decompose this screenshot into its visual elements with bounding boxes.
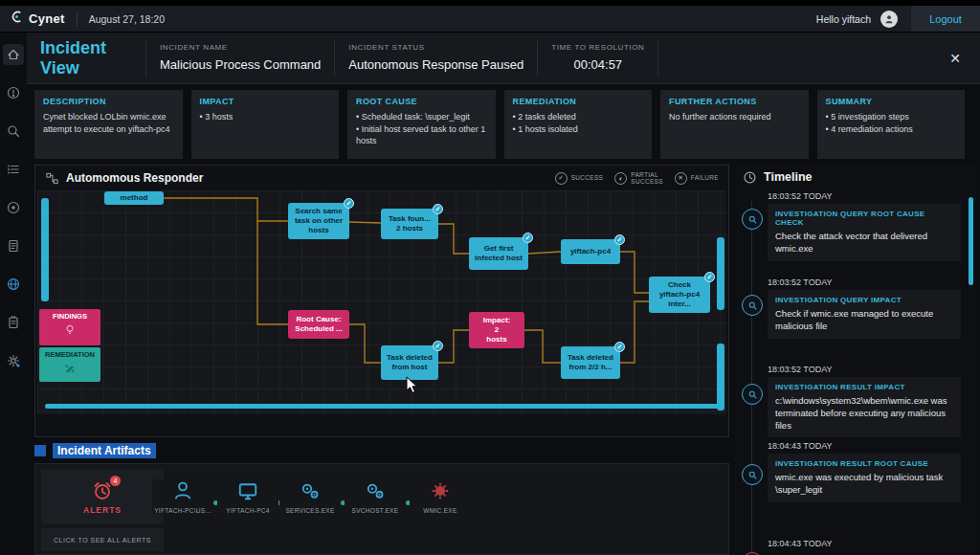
investigation-result-icon — [742, 464, 763, 485]
close-button[interactable]: ✕ — [949, 51, 961, 66]
timeline-time: 18:03:52 TODAY — [768, 191, 833, 201]
flow-node-get-first-infected[interactable]: Get first infected host ✓ — [469, 237, 528, 270]
flow-node-task-deleted-22[interactable]: Task deleted from 2/2 h... ✓ — [561, 346, 620, 379]
artifacts-title: Incident Artifacts — [53, 443, 156, 458]
sidebar-item-reports[interactable] — [3, 235, 24, 256]
flow-node-root-cause[interactable]: Root Cause: Scheduled ... — [288, 310, 349, 339]
success-icon: ✓ — [555, 172, 568, 185]
user-icon — [171, 479, 194, 502]
flow-node-method[interactable]: method — [104, 191, 164, 205]
incident-header: Incident View INCIDENT NAME Malicious Pr… — [27, 33, 980, 84]
flow-node-yiftach-pc4[interactable]: yiftach-pc4 ✓ — [561, 239, 620, 264]
legend-label: FAILURE — [691, 174, 719, 181]
artifact-user[interactable]: YIFTACH-PC\US... — [152, 479, 213, 514]
flow-node-task-deleted-host[interactable]: Task deleted from host ✓ — [381, 345, 438, 380]
sidebar-item-settings[interactable] — [3, 350, 24, 371]
artifact-label: YIFTACH-PC\US... — [154, 507, 212, 514]
flow-node-label: Task deleted from 2/2 h... — [565, 351, 616, 374]
brand[interactable]: Cynet — [0, 6, 77, 32]
sidebar-item-network[interactable] — [3, 274, 24, 295]
incident-status-label: INCIDENT STATUS — [348, 43, 523, 52]
clock-icon — [743, 170, 757, 185]
artifacts-icon — [34, 445, 46, 456]
flow-node-search-same-task[interactable]: Search same task on other hosts ✓ — [288, 203, 349, 239]
success-badge-icon: ✓ — [433, 204, 443, 214]
timeline-tag: INVESTIGATION RESULT IMPACT — [775, 383, 953, 391]
artifact-svchost[interactable]: SVCHOST.EXE — [345, 479, 406, 514]
legend-label: PARTIAL SUCCESS — [631, 171, 663, 186]
timeline-card[interactable]: INVESTIGATION QUERY IMPACT Check if wmic… — [768, 290, 961, 339]
lane-findings[interactable]: FINDINGS — [39, 309, 100, 345]
horizontal-scrollbar[interactable] — [45, 404, 719, 409]
incident-name-block: INCIDENT NAME Malicious Process Command — [146, 43, 334, 73]
investigation-query-icon — [742, 209, 763, 230]
alert-icon — [6, 85, 21, 100]
logout-button[interactable]: Logout — [911, 6, 980, 32]
responder-header: Automomous Responder ✓ SUCCESS ◐ PARTIAL… — [35, 166, 728, 190]
card-line: • 4 remediation actions — [826, 123, 957, 136]
incident-artifacts-header: Incident Artifacts — [34, 441, 156, 460]
timeline-time: 18:04:43 TODAY — [768, 539, 833, 548]
timeline-text: wmic.exe was executed by malicious task … — [775, 472, 953, 497]
target-icon — [6, 200, 21, 215]
success-badge-icon: ✓ — [344, 198, 354, 209]
timeline-scrollbar[interactable] — [969, 197, 973, 285]
topbar: Cynet August 27, 18:20 Hello yiftach Log… — [0, 6, 980, 33]
timeline-tag: INVESTIGATION QUERY IMPACT — [775, 296, 953, 304]
flow-node-label: method — [118, 191, 151, 205]
brand-name: Cynet — [29, 11, 65, 26]
timeline-tag: INVESTIGATION QUERY ROOT CAUSE CHECK — [775, 210, 953, 227]
success-badge-icon: ✓ — [614, 342, 625, 352]
card-description: DESCRIPTION Cynet blocked LOLbin wmic.ex… — [34, 90, 183, 159]
success-badge-icon: ✓ — [704, 272, 715, 282]
legend-label: SUCCESS — [571, 174, 604, 181]
sidebar-item-search[interactable] — [3, 121, 24, 142]
timeline-card[interactable]: INVESTIGATION RESULT IMPACT c:\windows\s… — [768, 377, 961, 437]
artifact-services[interactable]: SERVICES.EXE — [279, 479, 341, 514]
timeline-title: Timeline — [764, 170, 812, 184]
lane-remediation[interactable]: REMEDIATION — [39, 347, 100, 382]
sidebar-item-monitor[interactable] — [3, 197, 24, 218]
search-icon — [6, 123, 21, 139]
lane-scrollbar-right-top[interactable] — [717, 237, 724, 310]
timeline-tag: INVESTIGATION RESULT ROOT CAUSE — [775, 459, 953, 468]
time-to-resolution-label: TIME TO RESOLUTION — [551, 43, 644, 52]
timeline-card[interactable]: INVESTIGATION RESULT ROOT CAUSE wmic.exe… — [768, 454, 961, 502]
home-icon — [6, 47, 21, 62]
lane-scrollbar-left[interactable] — [41, 198, 49, 301]
sidebar-item-alerts[interactable] — [3, 82, 24, 103]
card-line: • Scheduled task: \super_legit — [356, 111, 487, 123]
timeline-text: c:\windows\system32\wbem\wmic.exe was te… — [775, 395, 953, 432]
card-impact: IMPACT • 3 hosts — [191, 90, 340, 159]
list-icon — [6, 162, 21, 177]
malware-icon — [429, 479, 452, 502]
cynet-logo-icon — [10, 10, 24, 28]
sidebar-item-investigation[interactable] — [3, 159, 24, 180]
card-line: • 2 tasks deleted — [513, 111, 644, 123]
avatar[interactable] — [880, 11, 898, 28]
timeline-rail — [751, 201, 752, 555]
monitor-icon — [236, 479, 259, 502]
lane-scrollbar-right-bottom[interactable] — [717, 344, 724, 411]
sidebar-item-logs[interactable] — [3, 312, 24, 333]
globe-icon — [6, 277, 21, 292]
see-all-alerts-button[interactable]: CLICK TO SEE ALL ALERTS — [41, 528, 164, 551]
card-line: • 1 hosts isolated — [513, 123, 644, 136]
flow-node-label: Root Cause: Scheduled ... — [292, 313, 345, 336]
artifact-label: SVCHOST.EXE — [352, 507, 399, 514]
timeline-header: Timeline — [735, 165, 976, 189]
artifact-host[interactable]: YIFTACH-PC4 — [217, 479, 278, 514]
legend-partial-success: ◐ PARTIAL SUCCESS — [614, 171, 663, 186]
flow-node-check-yiftach-pc4[interactable]: Check yiftach-pc4 inter... ✓ — [649, 277, 710, 313]
header-divider — [657, 41, 658, 76]
flow-node-impact[interactable]: Impact: 2 hosts — [469, 312, 524, 348]
artifact-wmic[interactable]: WMIC.EXE — [410, 479, 471, 514]
flow-node-task-found[interactable]: Task foun... 2 hosts ✓ — [381, 209, 438, 239]
sidebar-item-home[interactable] — [3, 44, 24, 65]
card-summary: SUMMARY • 5 investigation steps • 4 reme… — [817, 90, 966, 159]
flow-node-label: Search same task on other hosts — [292, 205, 345, 237]
timeline-card[interactable]: INVESTIGATION QUERY ROOT CAUSE CHECK Che… — [768, 204, 961, 261]
alerts-card[interactable]: 4 ALERTS — [41, 469, 164, 524]
response-flowchart[interactable]: method Search same task on other hosts ✓… — [37, 190, 726, 414]
timeline-time: 18:03:52 TODAY — [768, 278, 833, 287]
